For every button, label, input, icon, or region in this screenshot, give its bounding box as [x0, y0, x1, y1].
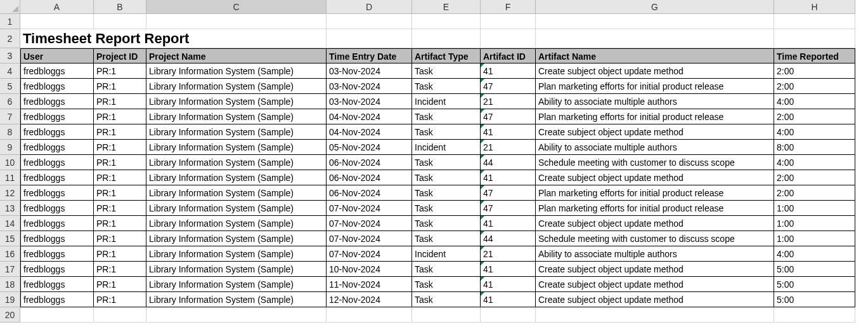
table-cell-time[interactable]: 2:00 — [774, 185, 855, 201]
table-cell-aid[interactable]: 44 — [481, 155, 536, 170]
table-cell-projectName[interactable]: Library Information System (Sample) — [146, 216, 327, 231]
table-cell-projectId[interactable]: PR:1 — [94, 94, 146, 109]
table-cell-time[interactable]: 1:00 — [774, 201, 855, 216]
table-cell-date[interactable]: 07-Nov-2024 — [327, 201, 412, 216]
empty-cell[interactable] — [536, 307, 774, 323]
table-cell-aname[interactable]: Create subject object update method — [536, 124, 774, 140]
table-cell-projectName[interactable]: Library Information System (Sample) — [146, 94, 327, 109]
table-cell-date[interactable]: 07-Nov-2024 — [327, 231, 412, 246]
table-cell-time[interactable]: 2:00 — [774, 170, 855, 185]
table-cell-projectName[interactable]: Library Information System (Sample) — [146, 292, 327, 307]
table-cell-date[interactable]: 06-Nov-2024 — [327, 155, 412, 170]
table-cell-user[interactable]: fredbloggs — [20, 63, 94, 79]
column-header-D[interactable]: D — [327, 0, 412, 14]
table-cell-time[interactable]: 4:00 — [774, 124, 855, 140]
empty-cell[interactable] — [20, 307, 94, 323]
table-cell-projectName[interactable]: Library Information System (Sample) — [146, 155, 327, 170]
row-header-11[interactable]: 11 — [0, 170, 20, 185]
table-cell-type[interactable]: Task — [412, 292, 481, 307]
table-cell-user[interactable]: fredbloggs — [20, 277, 94, 292]
row-header-1[interactable]: 1 — [0, 14, 20, 29]
table-cell-type[interactable]: Task — [412, 185, 481, 201]
empty-cell[interactable] — [481, 29, 536, 48]
table-cell-projectName[interactable]: Library Information System (Sample) — [146, 63, 327, 79]
table-header-user[interactable]: User — [20, 48, 94, 63]
row-header-3[interactable]: 3 — [0, 48, 20, 63]
table-cell-type[interactable]: Task — [412, 124, 481, 140]
table-cell-aid[interactable]: 41 — [481, 262, 536, 277]
table-cell-time[interactable]: 5:00 — [774, 277, 855, 292]
table-cell-type[interactable]: Task — [412, 277, 481, 292]
table-cell-aname[interactable]: Ability to associate multiple authors — [536, 94, 774, 109]
row-header-7[interactable]: 7 — [0, 109, 20, 124]
row-header-10[interactable]: 10 — [0, 155, 20, 170]
column-header-G[interactable]: G — [536, 0, 774, 14]
table-cell-aid[interactable]: 47 — [481, 185, 536, 201]
table-cell-date[interactable]: 05-Nov-2024 — [327, 140, 412, 155]
row-header-5[interactable]: 5 — [0, 79, 20, 94]
table-cell-time[interactable]: 1:00 — [774, 216, 855, 231]
table-cell-time[interactable]: 5:00 — [774, 262, 855, 277]
table-cell-projectName[interactable]: Library Information System (Sample) — [146, 246, 327, 262]
column-header-E[interactable]: E — [412, 0, 481, 14]
table-cell-aname[interactable]: Plan marketing efforts for initial produ… — [536, 109, 774, 124]
empty-cell[interactable] — [94, 307, 146, 323]
table-cell-type[interactable]: Incident — [412, 246, 481, 262]
table-cell-time[interactable]: 1:00 — [774, 231, 855, 246]
table-cell-aname[interactable]: Create subject object update method — [536, 170, 774, 185]
table-cell-projectId[interactable]: PR:1 — [94, 262, 146, 277]
table-cell-type[interactable]: Task — [412, 170, 481, 185]
table-cell-aname[interactable]: Create subject object update method — [536, 292, 774, 307]
table-cell-projectName[interactable]: Library Information System (Sample) — [146, 109, 327, 124]
table-cell-aid[interactable]: 41 — [481, 216, 536, 231]
table-cell-type[interactable]: Incident — [412, 94, 481, 109]
table-cell-user[interactable]: fredbloggs — [20, 262, 94, 277]
table-cell-aname[interactable]: Schedule meeting with customer to discus… — [536, 155, 774, 170]
table-cell-date[interactable]: 04-Nov-2024 — [327, 124, 412, 140]
table-cell-date[interactable]: 06-Nov-2024 — [327, 170, 412, 185]
table-cell-user[interactable]: fredbloggs — [20, 124, 94, 140]
table-cell-projectId[interactable]: PR:1 — [94, 109, 146, 124]
empty-cell[interactable] — [774, 29, 855, 48]
table-cell-aid[interactable]: 41 — [481, 170, 536, 185]
table-cell-aname[interactable]: Plan marketing efforts for initial produ… — [536, 185, 774, 201]
table-cell-time[interactable]: 2:00 — [774, 109, 855, 124]
select-all-corner[interactable] — [0, 0, 20, 14]
row-header-14[interactable]: 14 — [0, 216, 20, 231]
table-cell-aid[interactable]: 47 — [481, 79, 536, 94]
row-header-16[interactable]: 16 — [0, 246, 20, 262]
row-header-18[interactable]: 18 — [0, 277, 20, 292]
table-cell-aname[interactable]: Plan marketing efforts for initial produ… — [536, 201, 774, 216]
row-header-9[interactable]: 9 — [0, 140, 20, 155]
table-cell-aid[interactable]: 47 — [481, 109, 536, 124]
row-header-6[interactable]: 6 — [0, 94, 20, 109]
table-cell-date[interactable]: 07-Nov-2024 — [327, 216, 412, 231]
table-cell-aname[interactable]: Create subject object update method — [536, 262, 774, 277]
empty-cell[interactable] — [481, 14, 536, 29]
table-cell-type[interactable]: Incident — [412, 140, 481, 155]
table-cell-aname[interactable]: Plan marketing efforts for initial produ… — [536, 79, 774, 94]
table-cell-projectId[interactable]: PR:1 — [94, 246, 146, 262]
table-cell-aname[interactable]: Ability to associate multiple authors — [536, 246, 774, 262]
table-cell-aname[interactable]: Create subject object update method — [536, 277, 774, 292]
table-cell-date[interactable]: 11-Nov-2024 — [327, 277, 412, 292]
table-cell-projectName[interactable]: Library Information System (Sample) — [146, 170, 327, 185]
table-cell-type[interactable]: Task — [412, 155, 481, 170]
table-cell-projectId[interactable]: PR:1 — [94, 216, 146, 231]
table-cell-aid[interactable]: 44 — [481, 231, 536, 246]
table-header-artifactType[interactable]: Artifact Type — [412, 48, 481, 63]
table-cell-aid[interactable]: 41 — [481, 63, 536, 79]
table-cell-projectId[interactable]: PR:1 — [94, 155, 146, 170]
row-header-19[interactable]: 19 — [0, 292, 20, 307]
table-cell-projectName[interactable]: Library Information System (Sample) — [146, 79, 327, 94]
table-cell-time[interactable]: 2:00 — [774, 63, 855, 79]
column-header-C[interactable]: C — [146, 0, 327, 14]
table-cell-time[interactable]: 4:00 — [774, 246, 855, 262]
row-header-15[interactable]: 15 — [0, 231, 20, 246]
table-cell-projectId[interactable]: PR:1 — [94, 277, 146, 292]
table-cell-projectName[interactable]: Library Information System (Sample) — [146, 262, 327, 277]
table-cell-type[interactable]: Task — [412, 216, 481, 231]
table-cell-type[interactable]: Task — [412, 79, 481, 94]
table-cell-projectId[interactable]: PR:1 — [94, 79, 146, 94]
table-cell-date[interactable]: 12-Nov-2024 — [327, 292, 412, 307]
